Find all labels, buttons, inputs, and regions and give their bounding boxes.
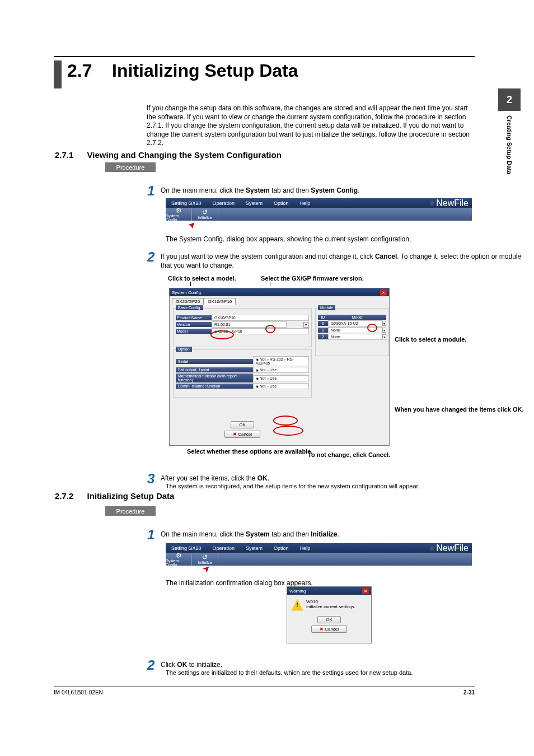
dropdown-icon[interactable]: ▾ [382, 321, 386, 326]
callout-select-module: Click to select a module. [395, 336, 466, 344]
file-icon [430, 201, 434, 206]
file-icon [430, 546, 434, 550]
module-select[interactable]: GX90XA-10-U2 [328, 320, 382, 326]
step-text: On the main menu, click the System tab a… [161, 530, 339, 539]
dialog-title: Warning [289, 589, 306, 594]
main-menu-bar: Setting GX20 Operation System Option Hel… [166, 543, 472, 553]
section-number: 2.7 [67, 60, 92, 81]
warning-buttons: OK ✖ Cancel [287, 615, 371, 634]
dialog-tabs: GX20/GP20 GX10/GP10 [170, 296, 389, 305]
callout-tick [270, 282, 270, 286]
subsection-272-title: Initializing Setup Data [87, 491, 175, 501]
warning-body: ! W010 Initialize current settings. [287, 595, 371, 615]
dialog-titlebar: System Config. × [170, 288, 389, 296]
subsection-271-number: 2.7.1 [55, 150, 73, 160]
model-radios: GX10 GP10 [212, 328, 309, 334]
dialog-panel: Basic Config. Product NameGX10/GP10 Vers… [170, 305, 389, 442]
step-number: 1 [147, 183, 161, 199]
callout-tick [190, 282, 191, 286]
menu-item[interactable]: Option [268, 200, 294, 206]
menu-item[interactable]: Operation [207, 200, 241, 206]
ok-button[interactable]: OK [231, 421, 254, 428]
menu-item[interactable]: Option [268, 545, 294, 551]
menu-item[interactable]: Setting GX20 [166, 200, 207, 206]
id-cell: 0 [318, 321, 328, 326]
step-number: 3 [147, 471, 161, 487]
menu-item[interactable]: Help [294, 545, 316, 551]
radio[interactable]: Use [267, 384, 277, 388]
label: Mathematical function (with report funct… [176, 374, 253, 382]
toolbar: ⚙System Config. ↺Initialize [166, 208, 472, 221]
page-number: 2-31 [463, 689, 475, 696]
step-text: After you set the items, click the OK. [161, 474, 269, 483]
group-title: Module [318, 305, 335, 310]
callout-cancel: To not change, click Cancel. [308, 451, 390, 458]
math-radios: Not Use [253, 375, 309, 381]
option-group: Option SerialNot RS-232 RS-422/485 Fail … [173, 349, 312, 398]
module-select[interactable]: None [328, 327, 382, 333]
module-group: Module IDModel 0GX90XA-10-U2▾ 1None▾ 2No… [315, 308, 389, 356]
step-272-1: 1 On the main menu, click the System tab… [147, 530, 339, 543]
model-gx10-radio[interactable]: GX10 [214, 329, 228, 333]
side-tab-text: Creating Setup Data [506, 115, 513, 174]
subsection-272-number: 2.7.2 [55, 491, 73, 501]
cancel-button[interactable]: ✖ Cancel [311, 626, 347, 633]
radio[interactable]: Use [267, 368, 277, 372]
radio[interactable]: Not [256, 357, 266, 361]
page-footer: IM 04L61B01-02EN 2-31 [54, 687, 475, 696]
label: Serial [176, 359, 253, 364]
step-number: 2 [147, 249, 161, 265]
module-select[interactable]: None [328, 334, 382, 340]
tab-gx10[interactable]: GX10/GP10 [204, 298, 236, 305]
menu-item[interactable]: System [240, 200, 268, 206]
dropdown-icon[interactable]: ▾ [382, 334, 386, 339]
serial-radios: Not RS-232 RS-422/485 [253, 356, 309, 366]
id-header: ID [318, 315, 328, 320]
main-menu-bar: Setting GX20 Operation System Option Hel… [166, 198, 472, 208]
comm-radios: Not Use [253, 383, 309, 389]
radio[interactable]: Not [256, 368, 266, 372]
system-config-button[interactable]: ⚙System Config. [166, 208, 192, 221]
menu-item[interactable]: Help [294, 200, 316, 206]
dropdown[interactable]: ▾ [303, 322, 309, 328]
menu-item[interactable]: System [240, 545, 268, 551]
system-config-button[interactable]: ⚙System Config. [166, 553, 192, 566]
close-icon[interactable]: × [380, 290, 387, 296]
warning-icon: ! [292, 599, 303, 610]
main-menu-figure: Setting GX20 Operation System Option Hel… [166, 198, 472, 221]
section-heading: 2.7 Initializing Setup Data [67, 60, 298, 81]
config-icon: ⚙ [176, 207, 182, 214]
section-accent [54, 60, 62, 88]
menu-right[interactable]: NewFile [430, 543, 472, 553]
dropdown-icon[interactable]: ▾ [382, 328, 386, 333]
dialog-titlebar: Warning × [287, 587, 371, 595]
system-config-dialog: System Config. × GX20/GP20 GX10/GP10 Bas… [169, 288, 390, 446]
subsection-272-heading: 2.7.2 Initializing Setup Data [55, 491, 174, 501]
menu-item[interactable]: Setting GX20 [166, 545, 207, 551]
step-271-1: 1 On the main menu, click the System tab… [147, 186, 360, 199]
initialize-button[interactable]: ↺Initialize [192, 208, 218, 221]
tab-gx20[interactable]: GX20/GP20 [172, 298, 204, 305]
subsection-271-title: Viewing and Changing the System Configur… [87, 150, 282, 160]
step-number: 2 [147, 657, 161, 673]
step-271-2: 2 If you just want to view the system co… [147, 253, 534, 270]
cancel-button[interactable]: ✖ Cancel [224, 431, 260, 438]
menu-right[interactable]: NewFile [430, 198, 472, 208]
radio[interactable]: Not [256, 384, 266, 388]
radio[interactable]: Not [256, 376, 266, 380]
label: Comm. channel function [176, 384, 253, 389]
radio[interactable]: RS-232 [267, 357, 283, 361]
label: Model [176, 329, 212, 334]
close-icon[interactable]: × [362, 588, 369, 594]
radio[interactable]: Use [267, 376, 277, 380]
value: R1.02.01 [212, 321, 287, 328]
callout-select-model: Click to select a model. [168, 275, 236, 282]
ok-button[interactable]: OK [317, 616, 341, 623]
step-text: Click OK to initialize. [161, 661, 222, 670]
fail-radios: Not Use [253, 367, 309, 373]
menu-item[interactable]: Operation [207, 545, 241, 551]
group-title: Option [176, 347, 192, 352]
model-gp10-radio[interactable]: GP10 [229, 329, 242, 333]
label: Fail output, 1point [176, 367, 253, 372]
intro-paragraph: If you change the setup data on this sof… [147, 104, 472, 148]
